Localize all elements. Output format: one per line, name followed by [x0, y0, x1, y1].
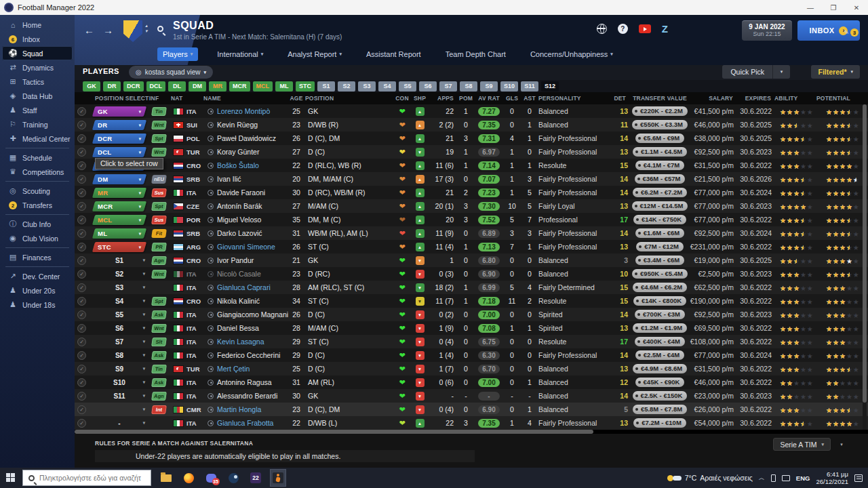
sidebar-item-transfers[interactable]: ⇆2Transfers	[2, 198, 73, 212]
tab-international[interactable]: International▾	[212, 47, 269, 61]
table-row[interactable]: ✓DL▾CROBoško Šutalo22D (RLC), WB (R)❤▲11…	[75, 159, 868, 172]
column-header-position-selected[interactable]: POSITION SELECTED▲	[88, 95, 149, 102]
position-slot[interactable]: S5▾	[94, 311, 145, 319]
filter-button[interactable]: Filtered* ▾	[811, 65, 860, 79]
language-indicator[interactable]: ENG	[796, 474, 810, 482]
column-header-personality[interactable]: PERSONALITY	[538, 95, 613, 102]
row-checkbox[interactable]: ✓	[77, 229, 86, 238]
row-checkbox[interactable]: ✓	[77, 175, 86, 184]
position-slot[interactable]: S9▾	[94, 365, 145, 373]
info-badge[interactable]: Tin	[151, 107, 167, 116]
network-icon[interactable]	[782, 475, 790, 481]
player-name[interactable]: Giovanni Simeone	[217, 243, 275, 251]
horizontal-scrollbar[interactable]	[75, 430, 868, 434]
column-header-transfer-value[interactable]: TRANSFER VALUE	[629, 95, 690, 102]
position-slot[interactable]: S7▾	[94, 338, 145, 346]
close-button[interactable]: ✕	[845, 0, 868, 15]
sidebar-item-under-20s[interactable]: ♟Under 20s	[2, 283, 73, 298]
info-badge[interactable]: Wnt	[151, 270, 167, 279]
position-badge[interactable]: DCL▾	[92, 147, 146, 157]
search-icon[interactable]	[157, 26, 163, 32]
column-header-ast[interactable]: AST	[521, 95, 538, 102]
tab-concerns-unhappiness[interactable]: Concerns/Unhappiness▾	[525, 47, 618, 61]
player-name[interactable]: Boško Šutalo	[217, 161, 259, 169]
position-badge[interactable]: GK▾	[92, 106, 146, 117]
row-checkbox[interactable]: ✓	[77, 256, 86, 265]
competition-selector[interactable]: Serie A TIM ▾	[773, 438, 831, 451]
news-indicator[interactable]: ✎ 3	[844, 28, 859, 37]
column-header-ability[interactable]: ABILITY	[774, 95, 816, 102]
youtube-icon[interactable]	[639, 24, 651, 33]
column-header-det[interactable]: DET	[613, 95, 629, 102]
table-row[interactable]: ✓S5▾AskITAGiangiacomo Magnani26D (C)❤▼0 …	[75, 308, 868, 321]
table-row[interactable]: ✓S4▾SptCRONikola Kalinić34ST (C)❤▼11 (7)…	[75, 294, 868, 308]
pos-filter-s12[interactable]: S12	[541, 81, 559, 92]
sidebar-item-under-18s[interactable]: ♟Under 18s	[2, 298, 73, 312]
pos-filter-s5[interactable]: S5	[399, 81, 416, 92]
pos-filter-s2[interactable]: S2	[338, 81, 355, 92]
pos-filter-dl[interactable]: DL	[168, 81, 186, 92]
pos-filter-mcr[interactable]: MCR	[229, 81, 250, 92]
table-row[interactable]: ✓S9▾TinTURMert Çetin25D (C)❤▼1 (7)06.700…	[75, 362, 868, 375]
back-button[interactable]: ←	[84, 24, 94, 36]
pos-filter-dr[interactable]: DR	[103, 81, 121, 92]
position-badge[interactable]: ML▾	[92, 228, 146, 239]
vertical-scrollbar[interactable]	[863, 104, 867, 430]
row-checkbox[interactable]: ✓	[77, 338, 86, 346]
pos-filter-s7[interactable]: S7	[439, 81, 457, 92]
row-checkbox[interactable]: ✓	[77, 378, 86, 387]
player-name[interactable]: Lorenzo Montipò	[217, 107, 270, 115]
info-badge[interactable]: Ask	[151, 310, 167, 319]
restore-button[interactable]: ❐	[822, 0, 845, 15]
table-row[interactable]: ✓S1▾AgnCROIvor Pandur21GK❤▼106.8000Balan…	[75, 253, 868, 267]
table-row[interactable]: ✓S6▾WntITADaniel Bessa28M/AM (C)❤▼1 (9)0…	[75, 321, 868, 335]
row-checkbox[interactable]: ✓	[77, 270, 86, 279]
row-checkbox[interactable]: ✓	[77, 107, 86, 116]
position-slot[interactable]: S10▾	[94, 379, 145, 386]
column-header-pom[interactable]: POM	[457, 95, 475, 102]
info-badge[interactable]: PR	[151, 243, 167, 251]
column-header-age[interactable]: AGE	[288, 95, 305, 102]
file-explorer-icon[interactable]	[158, 469, 174, 487]
help-icon[interactable]: ?	[618, 24, 628, 34]
row-checkbox[interactable]: ✓	[77, 405, 86, 414]
info-badge[interactable]: Agn	[151, 392, 167, 401]
twitch-z-icon[interactable]: Z	[662, 23, 668, 35]
view-selector[interactable]: ◎ kostas squad view ▾	[129, 66, 213, 79]
column-header-potential[interactable]: POTENTIAL	[816, 95, 868, 102]
sidebar-item-staff[interactable]: ♟Staff	[2, 103, 73, 117]
position-slot[interactable]: S8▾	[94, 352, 145, 359]
table-row[interactable]: ✓S10▾AskITAAntonino Ragusa31AM (RL)❤▼0 (…	[75, 375, 868, 389]
row-checkbox[interactable]: ✓	[77, 243, 86, 251]
position-slot[interactable]: S1▾	[94, 257, 145, 264]
column-header-position[interactable]: POSITION	[305, 95, 393, 102]
pos-filter-mcl[interactable]: MCL	[253, 81, 273, 92]
notification-center-icon[interactable]	[854, 474, 863, 482]
sidebar-item-training[interactable]: ⚐Training	[2, 117, 73, 131]
table-row[interactable]: ✓DCL▾WntTURKoray Günter27D (C)❤▼1916.971…	[75, 145, 868, 159]
sidebar-item-dynamics[interactable]: ⇄Dynamics	[2, 60, 73, 75]
position-slot[interactable]: S11▾	[94, 392, 145, 400]
info-badge[interactable]: Sus	[151, 216, 167, 224]
info-badge[interactable]: Ask	[151, 378, 167, 387]
tab-team-depth-chart[interactable]: Team Depth Chart	[440, 47, 511, 61]
player-name[interactable]: Martin Hongla	[217, 405, 261, 413]
player-name[interactable]: Ivor Pandur	[217, 256, 254, 264]
player-name[interactable]: Paweł Dawidowicz	[217, 134, 276, 142]
sidebar-item-club-info[interactable]: ⓘClub Info	[2, 217, 73, 231]
sidebar-item-medical-center[interactable]: ✚Medical Center	[2, 131, 73, 146]
player-name[interactable]: Federico Ceccherini	[217, 351, 280, 359]
row-checkbox[interactable]: ✓	[77, 392, 86, 401]
taskbar-search[interactable]	[22, 470, 151, 486]
row-checkbox[interactable]: ✓	[77, 351, 86, 360]
player-name[interactable]: Ivan Ilić	[217, 175, 241, 183]
table-row[interactable]: ✓ML▾FitSRBDarko Lazović31WB/M (RL), AM (…	[75, 226, 868, 240]
pos-filter-s11[interactable]: S11	[521, 81, 538, 92]
start-button[interactable]	[6, 473, 16, 483]
position-badge[interactable]: MR▾	[92, 188, 146, 198]
column-header-av-rat[interactable]: AV RAT	[475, 95, 503, 102]
sidebar-item-data-hub[interactable]: ◈Data Hub	[2, 89, 73, 103]
row-checkbox[interactable]: ✓	[77, 202, 86, 211]
sidebar-item-inbox[interactable]: ✉6Inbox	[2, 32, 73, 46]
table-row[interactable]: ✓STC▾PRARGGiovanni Simeone26ST (C)❤▲11 (…	[75, 240, 868, 253]
